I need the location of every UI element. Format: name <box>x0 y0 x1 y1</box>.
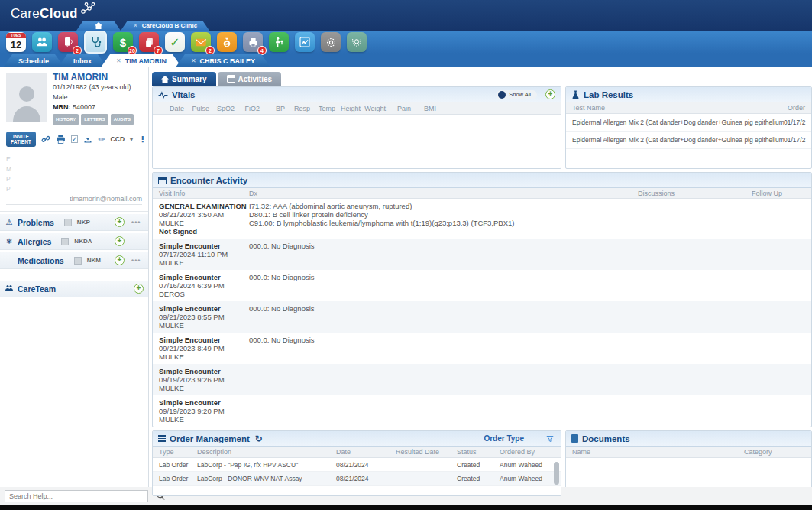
edit-pencil-icon[interactable]: ✏ <box>98 135 105 144</box>
tasks-check-icon[interactable]: ✓ <box>165 32 185 52</box>
lab-column-headers: Test Name Order <box>566 102 811 114</box>
order-type-filter-label[interactable]: Order Type <box>484 434 524 443</box>
billing-dollar-icon[interactable]: $ 20 <box>113 32 133 52</box>
patient-summary-main: Summary Activities Vitals Show All + <box>149 67 812 487</box>
encounter-title: Simple Encounter <box>159 336 249 344</box>
patient-chip[interactable]: HISTORY <box>53 114 79 125</box>
lab-result-row[interactable]: Epidermal Allergen Mix 2 (Cat dander+Dog… <box>566 132 811 149</box>
link-icon[interactable] <box>41 135 50 144</box>
patient-flow-icon[interactable] <box>269 32 289 52</box>
sidebar-section-allergies[interactable]: ❄ Allergies NKDA + <box>0 232 148 250</box>
vitals-column[interactable]: Resp <box>285 105 310 112</box>
vitals-column[interactable]: Pain <box>386 105 411 112</box>
schedule-calendar-icon[interactable]: TUES 12 <box>6 32 26 52</box>
vitals-column[interactable]: Date <box>159 105 184 112</box>
medications-menu-icon[interactable]: ••• <box>131 257 144 265</box>
lab-order-date: 01/17/2 <box>784 119 811 126</box>
order-row[interactable]: Lab Order LabCorp - DONOR WNV NAT Assay … <box>153 472 561 486</box>
ccd-dropdown[interactable]: CCD <box>111 135 125 143</box>
home-icon <box>95 22 102 29</box>
encounter-row[interactable]: Simple Encounter 07/17/2024 11:10 PM MUL… <box>153 239 811 270</box>
settings-gear-icon[interactable] <box>321 32 341 52</box>
lab-rows: Epidermal Allergen Mix 2 (Cat dander+Dog… <box>566 114 811 149</box>
contact-info: EMPP timamorin@nomail.com <box>0 151 148 212</box>
contact-label: E <box>6 154 142 164</box>
patient-avatar[interactable] <box>6 73 47 122</box>
vitals-column[interactable]: BP <box>260 105 285 112</box>
vitals-column[interactable]: BMI <box>411 105 436 112</box>
encounter-row[interactable]: Simple Encounter A56.4: C. trachomatis, … <box>153 427 811 427</box>
tab-schedule[interactable]: Schedule <box>3 54 64 67</box>
invite-patient-button[interactable]: INVITE PATIENT <box>6 132 36 147</box>
documents-column-headers: Name Category <box>566 447 811 458</box>
patient-chip[interactable]: AUDITS <box>111 114 134 125</box>
tab-summary[interactable]: Summary <box>152 72 216 86</box>
add-careteam-button[interactable]: + <box>134 284 144 294</box>
close-icon[interactable]: ✕ <box>116 57 121 64</box>
mail-icon[interactable]: 2 <box>191 32 211 52</box>
problems-checkbox[interactable] <box>64 219 72 226</box>
close-icon[interactable]: ✕ <box>191 57 196 64</box>
sidebar-section-medications[interactable]: Medications NKM + ••• <box>0 252 148 269</box>
documents-badge: 7 <box>154 46 163 55</box>
order-description: LabCorp - DONOR WNV NAT Assay <box>197 475 336 482</box>
more-menu-icon[interactable]: ⋮ <box>138 135 147 145</box>
tab-patient-chris-bailey[interactable]: ✕CHRIS C BAILEY <box>176 54 270 67</box>
lab-result-row[interactable]: Epidermal Allergen Mix 2 (Cat dander+Dog… <box>566 114 811 132</box>
scrollbar-thumb[interactable] <box>554 462 559 485</box>
vitals-column[interactable]: Weight <box>361 105 386 112</box>
analytics-chart-icon[interactable] <box>295 32 315 52</box>
problems-menu-icon[interactable]: ••• <box>131 219 144 226</box>
vitals-column[interactable]: Temp <box>310 105 335 112</box>
allergies-checkbox[interactable] <box>61 238 69 245</box>
vitals-column[interactable]: FiO2 <box>235 105 260 112</box>
order-ordered-by: Anum Waheed <box>500 461 555 469</box>
rewards-laurel-icon[interactable] <box>347 32 367 52</box>
encounter-diagnoses: 000.0: No Diagnosis <box>249 304 805 330</box>
pager-icon[interactable]: 2 <box>58 32 78 52</box>
vitals-heartbeat-icon <box>158 91 168 99</box>
clinic-tab[interactable]: ✕ CareCloud B Clinic <box>121 21 209 31</box>
encounter-row[interactable]: Simple Encounter 09/19/2023 9:26 PM MULK… <box>153 364 811 395</box>
encounter-row[interactable]: Simple Encounter 09/19/2023 9:20 PM MULK… <box>153 395 811 427</box>
encounter-row[interactable]: Simple Encounter 07/16/2024 6:39 PM DERO… <box>153 270 811 301</box>
encounter-row[interactable]: Simple Encounter 09/21/2023 8:49 PM MULK… <box>153 333 811 364</box>
clinical-stethoscope-icon[interactable] <box>84 31 107 54</box>
patients-icon[interactable] <box>32 32 52 52</box>
encounter-diagnoses: 000.0: No Diagnosis <box>249 242 805 267</box>
home-tab[interactable] <box>76 21 121 31</box>
patient-email[interactable]: timamorin@nomail.com <box>6 194 142 205</box>
close-icon[interactable]: ✕ <box>133 22 138 29</box>
add-vitals-button[interactable]: + <box>545 89 555 99</box>
sidebar-section-careteam[interactable]: CareTeam + <box>0 280 148 297</box>
vitals-column[interactable]: Height <box>335 105 361 112</box>
show-all-toggle[interactable]: Show All <box>497 90 537 99</box>
order-row[interactable]: Lab Order LabCorp - "Pap IG, rfx HPV ASC… <box>153 458 561 472</box>
medications-value: NKM <box>87 257 101 264</box>
add-problem-button[interactable]: + <box>115 217 125 227</box>
order-status: Created <box>457 475 500 482</box>
add-allergy-button[interactable]: + <box>115 236 125 246</box>
download-icon[interactable] <box>83 135 92 144</box>
tab-patient-tim-amorin[interactable]: ✕TIM AMORIN <box>101 54 182 67</box>
fax-icon[interactable]: 4 <box>243 32 263 52</box>
chevron-down-icon[interactable]: ▾ <box>130 136 133 143</box>
tab-activities[interactable]: Activities <box>218 72 281 86</box>
checkbox-task-icon[interactable]: ✓ <box>71 135 79 143</box>
search-help-input[interactable] <box>5 490 148 502</box>
collections-moneybag-icon[interactable]: $ <box>217 32 237 52</box>
filter-funnel-icon[interactable] <box>546 435 554 443</box>
encounter-row[interactable]: Simple Encounter 09/21/2023 8:55 PM MULK… <box>153 301 811 333</box>
add-medication-button[interactable]: + <box>115 255 125 265</box>
contact-label: M <box>6 164 142 174</box>
vitals-column[interactable]: SpO2 <box>209 105 235 112</box>
medications-checkbox[interactable] <box>74 257 82 265</box>
encounter-row[interactable]: GENERAL EXAMINATION 08/21/2024 3:50 AM M… <box>153 199 811 239</box>
refresh-icon[interactable]: ↻ <box>255 434 263 444</box>
sidebar-section-problems[interactable]: ⚠ Problems NKP + ••• <box>0 213 148 231</box>
patient-chip[interactable]: LETTERS <box>81 114 108 125</box>
print-icon[interactable] <box>56 135 66 144</box>
tab-inbox[interactable]: Inbox <box>58 54 107 67</box>
vitals-column[interactable]: Pulse <box>184 105 209 112</box>
documents-red-icon[interactable]: 7 <box>139 32 159 52</box>
